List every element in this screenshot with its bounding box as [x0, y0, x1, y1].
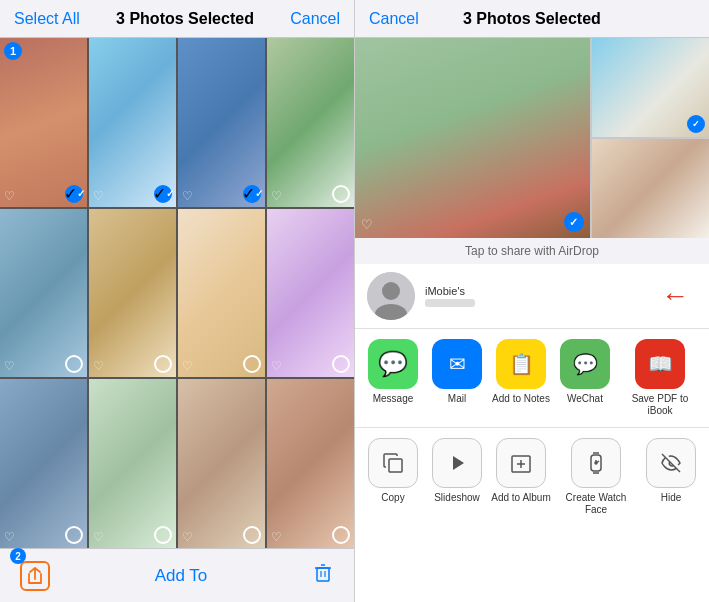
- left-header: Select All 3 Photos Selected Cancel: [0, 0, 354, 38]
- heart-icon: ♡: [182, 359, 193, 373]
- preview-check-selected: ✓: [564, 212, 584, 232]
- preview-check-selected-2: ✓: [687, 115, 705, 133]
- contact-name-blur: [425, 299, 475, 307]
- red-arrow-icon: ←: [661, 280, 689, 312]
- share-app-books[interactable]: 📖 Save PDF to iBook: [619, 339, 701, 417]
- share-apps-row: 💬 Message ✉ Mail 📋 Add to Notes 💬 WeChat…: [355, 329, 709, 428]
- contact-name: iMobie's: [425, 285, 475, 297]
- check-circle: [154, 355, 172, 373]
- share-icon: [27, 567, 43, 585]
- action-watch-face[interactable]: Create Watch Face: [555, 438, 637, 592]
- svg-point-18: [595, 462, 597, 464]
- trash-button[interactable]: [312, 562, 334, 589]
- share-app-wechat[interactable]: 💬 WeChat: [555, 339, 615, 417]
- action-hide[interactable]: Hide: [641, 438, 701, 592]
- share-app-message[interactable]: 💬 Message: [363, 339, 423, 417]
- add-to-label: Add To: [155, 566, 208, 586]
- check-circle-selected: ✓: [243, 185, 261, 203]
- heart-icon: ♡: [271, 530, 282, 544]
- table-row[interactable]: ♡: [89, 209, 176, 378]
- table-row[interactable]: ♡ ✓: [178, 38, 265, 207]
- right-header-title: 3 Photos Selected: [463, 10, 601, 28]
- svg-marker-9: [453, 456, 464, 470]
- table-row[interactable]: ♡: [89, 379, 176, 548]
- contacts-row: iMobie's ←: [355, 264, 709, 329]
- copy-label: Copy: [381, 492, 404, 504]
- check-circle: [243, 526, 261, 544]
- airdrop-hint: Tap to share with AirDrop: [355, 238, 709, 264]
- heart-icon: ♡: [182, 530, 193, 544]
- heart-icon: ♡: [271, 189, 282, 203]
- table-row[interactable]: ♡: [267, 209, 354, 378]
- action-slideshow[interactable]: Slideshow: [427, 438, 487, 592]
- table-row[interactable]: ♡: [267, 38, 354, 207]
- right-panel: Cancel 3 Photos Selected ♡ ✓ ✓ Tap to sh…: [355, 0, 709, 602]
- badge-1: 1: [4, 42, 22, 60]
- left-cancel-button[interactable]: Cancel: [290, 10, 340, 28]
- check-circle: [332, 355, 350, 373]
- check-circle: [332, 185, 350, 203]
- table-row[interactable]: ♡: [178, 209, 265, 378]
- badge-2: 2: [10, 548, 26, 564]
- hide-label: Hide: [661, 492, 682, 504]
- share-app-mail[interactable]: ✉ Mail: [427, 339, 487, 417]
- table-row[interactable]: ♡: [0, 379, 87, 548]
- books-label: Save PDF to iBook: [619, 393, 701, 417]
- right-header: Cancel 3 Photos Selected: [355, 0, 709, 38]
- preview-main-photo[interactable]: ♡ ✓: [355, 38, 590, 238]
- notes-icon: 📋: [496, 339, 546, 389]
- left-footer: 2 Add To: [0, 548, 354, 602]
- add-album-icon: [496, 438, 546, 488]
- heart-icon: ♡: [271, 359, 282, 373]
- message-label: Message: [373, 393, 414, 405]
- heart-icon: ♡: [93, 189, 104, 203]
- check-circle-selected: ✓: [154, 185, 172, 203]
- check-circle: [243, 355, 261, 373]
- mail-icon: ✉: [432, 339, 482, 389]
- check-circle-selected: ✓: [65, 185, 83, 203]
- mail-label: Mail: [448, 393, 466, 405]
- trash-icon: [312, 562, 334, 584]
- svg-point-6: [382, 282, 400, 300]
- select-all-button[interactable]: Select All: [14, 10, 80, 28]
- slideshow-label: Slideshow: [434, 492, 480, 504]
- preview-side-top-photo[interactable]: ✓: [592, 38, 709, 137]
- check-circle: [65, 526, 83, 544]
- heart-icon: ♡: [182, 189, 193, 203]
- left-panel: Select All 3 Photos Selected Cancel 1 ♡ …: [0, 0, 355, 602]
- preview-side: ✓: [592, 38, 709, 238]
- heart-icon: ♡: [93, 530, 104, 544]
- share-actions-row: Copy Slideshow Add to Album: [355, 428, 709, 602]
- svg-rect-0: [317, 568, 329, 581]
- check-circle: [332, 526, 350, 544]
- preview-heart-icon: ♡: [361, 217, 373, 232]
- table-row[interactable]: ♡: [0, 209, 87, 378]
- slideshow-icon: [432, 438, 482, 488]
- table-row[interactable]: ♡: [267, 379, 354, 548]
- right-cancel-button[interactable]: Cancel: [369, 10, 419, 28]
- watch-face-label: Create Watch Face: [555, 492, 637, 516]
- svg-rect-8: [389, 459, 402, 472]
- heart-icon: ♡: [4, 359, 15, 373]
- action-copy[interactable]: Copy: [363, 438, 423, 592]
- copy-icon: [368, 438, 418, 488]
- share-app-notes[interactable]: 📋 Add to Notes: [491, 339, 551, 417]
- person-icon: [367, 272, 415, 320]
- table-row[interactable]: ♡: [178, 379, 265, 548]
- message-icon: 💬: [368, 339, 418, 389]
- wechat-label: WeChat: [567, 393, 603, 405]
- wechat-icon: 💬: [560, 339, 610, 389]
- share-button[interactable]: [20, 561, 50, 591]
- heart-icon: ♡: [93, 359, 104, 373]
- preview-side-bottom-photo[interactable]: [592, 139, 709, 238]
- check-circle: [154, 526, 172, 544]
- table-row[interactable]: 1 ♡ ✓: [0, 38, 87, 207]
- hide-icon: [646, 438, 696, 488]
- contact-avatar[interactable]: [367, 272, 415, 320]
- photo-grid: 1 ♡ ✓ ♡ ✓ ♡ ✓ ♡ ♡ ♡ ♡ ♡: [0, 38, 354, 548]
- notes-label: Add to Notes: [492, 393, 550, 405]
- check-circle: [65, 355, 83, 373]
- contact-info: iMobie's: [425, 285, 475, 307]
- table-row[interactable]: ♡ ✓: [89, 38, 176, 207]
- action-add-album[interactable]: Add to Album: [491, 438, 551, 592]
